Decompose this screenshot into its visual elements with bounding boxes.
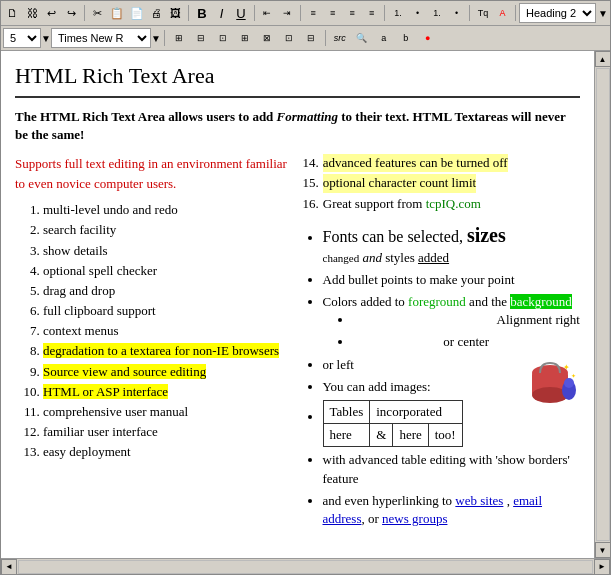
a-btn[interactable]: a (374, 28, 394, 48)
source-view-item: Source view and source editing (43, 364, 206, 379)
indent-left-btn[interactable]: ⇤ (259, 3, 277, 23)
font-demo-item: Fonts can be selected, sizes changed and… (323, 221, 581, 267)
rows-btn[interactable]: ⊞ (235, 28, 255, 48)
sep2 (188, 5, 189, 21)
font-size-select[interactable]: 5123467 (3, 28, 41, 48)
tcpiq-link[interactable]: tcpIQ.com (426, 196, 481, 211)
heading-select[interactable]: Heading 2 Heading 1 Heading 3 Normal (519, 3, 596, 23)
sep5 (384, 5, 385, 21)
underline-btn[interactable]: U (232, 3, 250, 23)
intro-bold: The HTML Rich Text Area allows users to … (15, 109, 566, 142)
align-justify-btn[interactable]: ≡ (363, 3, 381, 23)
table-row: Tables incorporated (323, 401, 462, 424)
feature-list: multi-level undo and redo search facilit… (15, 201, 293, 461)
sep7 (515, 5, 516, 21)
bullet-points-item: Add bullet points to make your point (323, 271, 581, 289)
images-text: You can add images: (323, 379, 431, 394)
svg-point-4 (564, 378, 574, 388)
link-btn[interactable]: ⛓ (24, 3, 42, 23)
num-16: 16. (303, 195, 319, 213)
ul-btn[interactable]: • (409, 3, 427, 23)
right-column: 14. advanced features can be turned off … (303, 154, 581, 532)
new-btn[interactable]: 🗋 (4, 3, 22, 23)
svg-text:✦: ✦ (571, 373, 576, 379)
sep8 (164, 30, 165, 46)
page-title: HTML Rich Text Area (15, 61, 580, 98)
right-bullets: Fonts can be selected, sizes changed and… (303, 221, 581, 528)
scroll-track-h[interactable] (18, 560, 593, 574)
rec-btn[interactable]: ● (418, 28, 438, 48)
cols-btn[interactable]: ⊡ (213, 28, 233, 48)
horizontal-scrollbar[interactable]: ◄ ► (1, 558, 610, 574)
paint-can-icon: ✦ ✦ (525, 358, 580, 421)
scroll-left-arrow[interactable]: ◄ (1, 559, 17, 575)
toolbar-row-1: 🗋 ⛓ ↩ ↪ ✂ 📋 📄 🖨 🖼 B I U ⇤ ⇥ ≡ ≡ ≡ ≡ 1. •… (1, 1, 610, 26)
font-name-select[interactable]: Times New R (51, 28, 151, 48)
align-right-btn[interactable]: ≡ (343, 3, 361, 23)
colors-added-text: Colors added (323, 294, 392, 309)
merge-btn[interactable]: ⊠ (257, 28, 277, 48)
list-item: full clipboard support (43, 302, 293, 320)
undo-btn[interactable]: ↩ (43, 3, 61, 23)
html-asp-item: HTML or ASP interface (43, 384, 168, 399)
table-advanced-item: with advanced table editing with 'show b… (323, 451, 581, 487)
vertical-scrollbar[interactable]: ▲ ▼ (594, 51, 610, 558)
split-btn[interactable]: ⊡ (279, 28, 299, 48)
scroll-up-arrow[interactable]: ▲ (595, 51, 611, 67)
italic-btn[interactable]: I (213, 3, 231, 23)
scroll-right-arrow[interactable]: ► (594, 559, 610, 575)
table-cell: Tables (323, 401, 370, 424)
align-left-btn[interactable]: ≡ (304, 3, 322, 23)
align-center-btn[interactable]: ≡ (324, 3, 342, 23)
list-item: HTML or ASP interface (43, 383, 293, 401)
alignment-center-item: or center (353, 333, 581, 351)
scroll-down-arrow[interactable]: ▼ (595, 542, 611, 558)
news-groups-link[interactable]: news groups (382, 511, 447, 526)
paste-btn[interactable]: 📄 (128, 3, 146, 23)
alignment-sub-list: Alignment right or center (323, 311, 581, 351)
redo-btn[interactable]: ↪ (63, 3, 81, 23)
list-item: context menus (43, 322, 293, 340)
list-item: multi-level undo and redo (43, 201, 293, 219)
table-insert-btn[interactable]: ⊞ (169, 28, 189, 48)
scroll-track-v[interactable] (596, 68, 610, 541)
b-btn[interactable]: b (396, 28, 416, 48)
added-word: added (418, 250, 449, 265)
editor-content[interactable]: HTML Rich Text Area The HTML Rich Text A… (1, 51, 594, 558)
toolbar-row-2: 5123467 ▼ Times New R ▼ ⊞ ⊟ ⊡ ⊞ ⊠ ⊡ ⊟ sr… (1, 26, 610, 51)
background-text: background (510, 294, 571, 309)
indent-right-btn[interactable]: ⇥ (278, 3, 296, 23)
and-word: and (362, 250, 382, 265)
list-item: degradation to a textarea for non-IE bro… (43, 342, 293, 360)
list-item: optional spell checker (43, 262, 293, 280)
ol-btn[interactable]: 1. (389, 3, 407, 23)
numbered-list-right: 14. advanced features can be turned off … (303, 154, 581, 213)
cut-btn[interactable]: ✂ (89, 3, 107, 23)
insert-btn[interactable]: ⊟ (191, 28, 211, 48)
web-sites-link[interactable]: web sites (455, 493, 503, 508)
list-item: familiar user interface (43, 423, 293, 441)
num-14: 14. (303, 154, 319, 172)
images-item: You can add images: (323, 378, 581, 396)
red-intro-text: Supports full text editing in an environ… (15, 154, 293, 193)
ol2-btn[interactable]: 1. (428, 3, 446, 23)
table-cell-here2: here (393, 424, 428, 447)
item-14: 14. advanced features can be turned off (303, 154, 581, 172)
print-btn[interactable]: 🖨 (147, 3, 165, 23)
item-16-text: Great support from tcpIQ.com (323, 195, 481, 213)
formatting-word: Formatting (277, 109, 338, 124)
image-btn[interactable]: 🖼 (167, 3, 185, 23)
table-cell-too: too! (428, 424, 462, 447)
two-column-layout: Supports full text editing in an environ… (15, 154, 580, 532)
copy-btn[interactable]: 📋 (108, 3, 126, 23)
incorporated-text: incorporated (376, 404, 442, 419)
alignment-right-item: Alignment right (353, 311, 581, 329)
bold-btn[interactable]: B (193, 3, 211, 23)
src-btn[interactable]: src (330, 28, 350, 48)
prop-btn[interactable]: ⊟ (301, 28, 321, 48)
search-btn[interactable]: 🔍 (352, 28, 372, 48)
font-name-arrow: ▼ (151, 33, 161, 44)
font-color-btn[interactable]: A (494, 3, 512, 23)
tq-btn[interactable]: Tq (474, 3, 492, 23)
ul2-btn[interactable]: • (448, 3, 466, 23)
